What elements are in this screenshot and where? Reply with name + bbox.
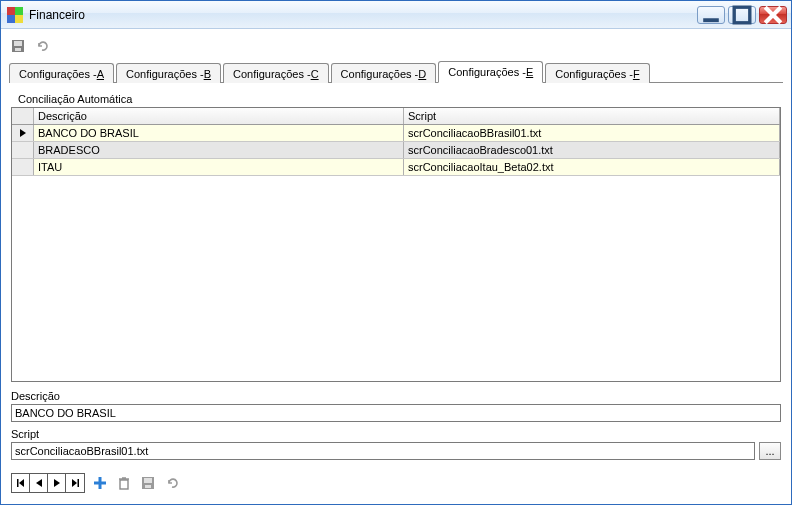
top-toolbar [9, 35, 783, 57]
save-record-button[interactable] [139, 474, 157, 492]
group-legend: Conciliação Automática [15, 93, 785, 105]
cell-descricao[interactable]: BRADESCO [34, 142, 404, 158]
table-row[interactable]: ITAU scrConciliacaoItau_Beta02.txt [12, 159, 780, 176]
svg-rect-7 [17, 479, 19, 487]
window-title: Financeiro [29, 8, 85, 22]
nav-next-icon [52, 478, 62, 488]
add-icon [92, 475, 108, 491]
tabstrip: Configurações - A Configurações - B Conf… [9, 61, 783, 83]
delete-icon [116, 475, 132, 491]
grid-header-descricao[interactable]: Descrição [34, 108, 404, 124]
app-icon [7, 7, 23, 23]
close-button[interactable] [759, 6, 787, 24]
svg-rect-1 [734, 7, 750, 23]
grid[interactable]: Descrição Script BANCO DO BRASIL scrConc… [11, 107, 781, 382]
save-icon [140, 475, 156, 491]
svg-marker-9 [36, 479, 42, 487]
svg-rect-19 [144, 478, 152, 483]
field-script: Script ... [11, 428, 781, 460]
tab-config-a[interactable]: Configurações - A [9, 63, 114, 83]
table-row[interactable]: BRADESCO scrConciliacaoBradesco01.txt [12, 142, 780, 159]
titlebar: Financeiro [1, 1, 791, 29]
nav-group [11, 473, 85, 493]
nav-first-icon [16, 478, 26, 488]
input-descricao[interactable] [11, 404, 781, 422]
tab-config-d[interactable]: Configurações - D [331, 63, 437, 83]
svg-rect-6 [15, 48, 21, 51]
nav-prev-button[interactable] [30, 474, 48, 492]
grid-header-selector[interactable] [12, 108, 34, 124]
svg-marker-8 [19, 479, 24, 487]
tab-config-c[interactable]: Configurações - C [223, 63, 329, 83]
svg-marker-10 [54, 479, 60, 487]
app-window: Financeiro [0, 0, 792, 505]
cancel-edit-button[interactable] [163, 474, 181, 492]
browse-button[interactable]: ... [759, 442, 781, 460]
label-descricao: Descrição [11, 390, 781, 402]
delete-button[interactable] [115, 474, 133, 492]
nav-next-button[interactable] [48, 474, 66, 492]
grid-body: BANCO DO BRASIL scrConciliacaoBBrasil01.… [12, 125, 780, 381]
minimize-button[interactable] [697, 6, 725, 24]
svg-rect-12 [78, 479, 80, 487]
row-indicator [12, 159, 34, 175]
content-area: Configurações - A Configurações - B Conf… [1, 29, 791, 504]
save-button[interactable] [9, 37, 27, 55]
navigator-toolbar [11, 472, 781, 494]
svg-rect-20 [145, 485, 151, 488]
nav-first-button[interactable] [12, 474, 30, 492]
add-button[interactable] [91, 474, 109, 492]
svg-rect-15 [120, 480, 128, 489]
grid-header-script[interactable]: Script [404, 108, 780, 124]
svg-marker-11 [72, 479, 77, 487]
tab-config-b[interactable]: Configurações - B [116, 63, 221, 83]
nav-last-button[interactable] [66, 474, 84, 492]
cell-script[interactable]: scrConciliacaoBBrasil01.txt [404, 125, 780, 141]
row-indicator [12, 125, 34, 141]
cell-script[interactable]: scrConciliacaoBradesco01.txt [404, 142, 780, 158]
save-icon [10, 38, 26, 54]
current-row-pointer-icon [20, 129, 26, 137]
table-row[interactable]: BANCO DO BRASIL scrConciliacaoBBrasil01.… [12, 125, 780, 142]
row-indicator [12, 142, 34, 158]
maximize-button[interactable] [728, 6, 756, 24]
svg-rect-5 [14, 41, 22, 46]
field-descricao: Descrição [11, 390, 781, 422]
cell-descricao[interactable]: ITAU [34, 159, 404, 175]
cell-script[interactable]: scrConciliacaoItau_Beta02.txt [404, 159, 780, 175]
undo-icon [164, 475, 180, 491]
label-script: Script [11, 428, 781, 440]
undo-button[interactable] [33, 37, 51, 55]
tab-config-e[interactable]: Configurações - E [438, 61, 543, 83]
input-script[interactable] [11, 442, 755, 460]
cell-descricao[interactable]: BANCO DO BRASIL [34, 125, 404, 141]
window-buttons [697, 6, 787, 24]
nav-last-icon [70, 478, 80, 488]
grid-header: Descrição Script [12, 108, 780, 125]
undo-icon [34, 38, 50, 54]
nav-prev-icon [34, 478, 44, 488]
tab-config-f[interactable]: Configurações - F [545, 63, 649, 83]
